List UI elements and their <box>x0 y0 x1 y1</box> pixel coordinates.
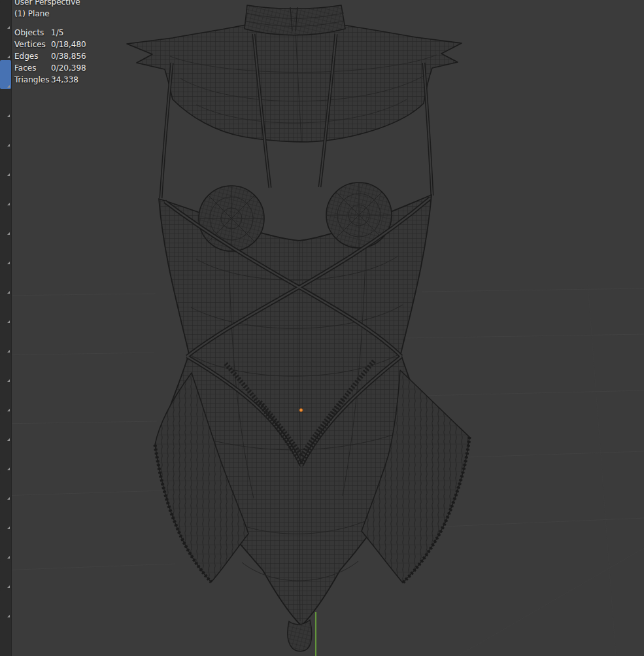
stat-label: Objects <box>14 27 51 39</box>
tool-button[interactable] <box>0 31 11 60</box>
stat-row: Faces 0/20,398 <box>14 62 86 74</box>
tool-button[interactable] <box>0 148 11 177</box>
tool-group-indicator-icon <box>7 114 10 117</box>
statistics-overlay: Objects 1/5 Vertices 0/18,480 Edges 0/38… <box>14 27 86 86</box>
tool-group-indicator-icon <box>7 203 10 205</box>
tool-button[interactable] <box>0 90 11 118</box>
tool-button[interactable] <box>0 590 11 619</box>
tool-button[interactable] <box>0 531 11 560</box>
tool-button[interactable] <box>0 266 11 295</box>
tool-button[interactable] <box>0 443 11 472</box>
collar-neck <box>245 5 345 35</box>
tool-group-indicator-icon <box>7 468 10 470</box>
stat-row: Objects 1/5 <box>14 27 86 39</box>
tool-button[interactable] <box>0 237 11 266</box>
view-perspective-label: User Perspective <box>14 0 86 8</box>
tool-button[interactable] <box>0 1 11 30</box>
stat-label: Triangles <box>14 74 51 86</box>
tool-button[interactable] <box>0 472 11 501</box>
tool-group-indicator-icon <box>7 144 10 147</box>
tool-group-indicator-icon <box>7 320 10 323</box>
collar-cape <box>127 25 462 142</box>
stat-label: Faces <box>14 62 51 74</box>
tool-button[interactable] <box>0 119 11 148</box>
stat-row: Edges 0/38,856 <box>14 50 86 62</box>
tool-button[interactable] <box>0 561 11 589</box>
tool-group-indicator-icon <box>7 497 10 500</box>
tool-shelf[interactable] <box>0 0 12 656</box>
tool-button[interactable] <box>0 207 11 236</box>
tool-group-indicator-icon <box>7 585 10 588</box>
stat-row: Vertices 0/18,480 <box>14 39 86 50</box>
tool-group-indicator-icon <box>7 379 10 382</box>
tool-button[interactable] <box>0 413 11 442</box>
tool-button[interactable] <box>0 178 11 207</box>
origin-point <box>299 408 303 411</box>
stat-label: Edges <box>14 50 51 62</box>
tool-button[interactable] <box>0 296 11 324</box>
stat-value: 1/5 <box>51 27 63 39</box>
stat-value: 0/38,856 <box>51 50 86 62</box>
tool-group-indicator-icon <box>7 26 10 29</box>
stat-value: 0/20,398 <box>51 62 86 74</box>
active-collection-label: (1) Plane <box>14 8 86 20</box>
tool-button[interactable] <box>0 325 11 354</box>
viewport-overlay: User Perspective (1) Plane Objects 1/5 V… <box>14 0 86 86</box>
crotch-piece <box>288 620 312 651</box>
tool-group-indicator-icon <box>7 615 10 617</box>
tool-group-indicator-icon <box>7 409 10 411</box>
stat-label: Vertices <box>14 39 51 50</box>
tool-group-indicator-icon <box>7 56 10 58</box>
stat-value: 34,338 <box>51 74 78 86</box>
tool-group-indicator-icon <box>7 85 10 88</box>
tool-group-indicator-icon <box>7 527 10 529</box>
tool-group-indicator-icon <box>7 232 10 235</box>
3d-viewport[interactable]: User Perspective (1) Plane Objects 1/5 V… <box>0 0 644 656</box>
tool-button[interactable] <box>0 354 11 383</box>
tool-group-indicator-icon <box>7 556 10 559</box>
tool-group-indicator-icon <box>7 262 10 264</box>
tool-button[interactable] <box>0 60 11 89</box>
tool-group-indicator-icon <box>7 438 10 441</box>
tool-button[interactable] <box>0 502 11 530</box>
tool-button[interactable] <box>0 384 11 413</box>
wireframe-garment-mesh <box>0 0 644 656</box>
tool-group-indicator-icon <box>7 350 10 353</box>
stat-value: 0/18,480 <box>51 39 86 50</box>
stat-row: Triangles 34,338 <box>14 74 86 86</box>
tool-group-indicator-icon <box>7 291 10 294</box>
tool-group-indicator-icon <box>7 173 10 176</box>
